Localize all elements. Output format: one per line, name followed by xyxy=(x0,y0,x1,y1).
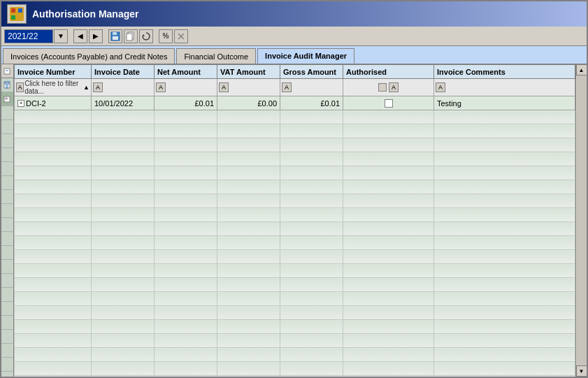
strip-row-9[interactable] xyxy=(1,218,13,232)
strip-row-7[interactable] xyxy=(1,190,13,204)
empty-row-6 xyxy=(15,180,575,194)
year-input[interactable] xyxy=(4,29,53,43)
percent-button[interactable]: % xyxy=(159,29,173,43)
copy-button[interactable] xyxy=(124,29,138,43)
filter-cell-net: A xyxy=(155,79,217,96)
close-filter-button[interactable] xyxy=(174,29,188,43)
nav-back-button[interactable]: ◀ xyxy=(73,29,87,43)
column-headers: Invoice Number Invoice Date Net Amount V… xyxy=(15,65,575,79)
svg-rect-17 xyxy=(4,96,10,102)
strip-row-8[interactable] xyxy=(1,204,13,218)
filter-text-invoice-number[interactable]: Click here to filter data... xyxy=(24,80,82,95)
strip-row-17[interactable] xyxy=(1,330,13,344)
svg-rect-7 xyxy=(113,36,118,40)
cell-gross-amount: £0.01 xyxy=(280,96,343,110)
svg-rect-3 xyxy=(11,15,15,20)
strip-row-14[interactable] xyxy=(1,288,13,302)
empty-row-2 xyxy=(15,124,575,138)
scroll-track[interactable] xyxy=(577,75,587,365)
year-dropdown-btn[interactable]: ▼ xyxy=(54,29,68,43)
col-header-gross-amount[interactable]: Gross Amount xyxy=(280,65,343,79)
strip-row-0[interactable] xyxy=(1,92,13,106)
col-header-invoice-number[interactable]: Invoice Number xyxy=(15,65,92,79)
table-row: + DCI-2 10/01/2022 £0.01 £0.00 £0.01 xyxy=(15,96,575,110)
strip-row-12[interactable] xyxy=(1,260,13,274)
col-header-invoice-date[interactable]: Invoice Date xyxy=(92,65,155,79)
empty-row-1 xyxy=(15,110,575,124)
cell-invoice-date: 10/01/2022 xyxy=(92,96,155,110)
empty-row-10 xyxy=(15,236,575,250)
toolbar: ▼ ◀ ▶ % xyxy=(1,27,587,46)
filter-cell-comments: A xyxy=(434,79,575,96)
filter-icon-invoice-number[interactable]: A xyxy=(16,82,24,92)
svg-rect-6 xyxy=(113,32,117,35)
filter-checkbox-authorised[interactable] xyxy=(378,83,387,92)
filter-icon-authorised[interactable]: A xyxy=(389,82,399,92)
empty-row-15 xyxy=(15,306,575,320)
strip-header xyxy=(1,64,13,78)
col-header-authorised[interactable]: Authorised xyxy=(343,65,434,79)
empty-row-14 xyxy=(15,292,575,306)
strip-row-6[interactable] xyxy=(1,176,13,190)
save-button[interactable] xyxy=(108,29,122,43)
filter-icon-comments[interactable]: A xyxy=(436,82,445,92)
strip-row-5[interactable] xyxy=(1,162,13,176)
cell-net-amount: £0.01 xyxy=(155,96,217,110)
strip-row-3[interactable] xyxy=(1,134,13,148)
filter-cell-date: A xyxy=(92,79,155,96)
empty-row-18 xyxy=(15,348,575,362)
strip-row-1[interactable] xyxy=(1,106,13,120)
filter-cell-authorised: A xyxy=(343,79,434,96)
strip-row-4[interactable] xyxy=(1,148,13,162)
strip-row-13[interactable] xyxy=(1,274,13,288)
filter-icon-net[interactable]: A xyxy=(156,82,166,92)
strip-row-11[interactable] xyxy=(1,246,13,260)
strip-row-10[interactable] xyxy=(1,232,13,246)
table-container: Invoice Number Invoice Date Net Amount V… xyxy=(1,64,587,377)
year-dropdown[interactable]: ▼ xyxy=(4,29,68,43)
col-header-net-amount[interactable]: Net Amount xyxy=(155,65,217,79)
strip-row-16[interactable] xyxy=(1,316,13,330)
data-table: Invoice Number Invoice Date Net Amount V… xyxy=(14,64,575,376)
strip-row-19[interactable] xyxy=(1,358,13,372)
filter-row: A Click here to filter data... ▲ A xyxy=(15,79,575,96)
empty-row-9 xyxy=(15,222,575,236)
vertical-scrollbar: ▲ ▼ xyxy=(575,64,587,377)
filter-cell-gross: A xyxy=(280,79,343,96)
tab-invoices[interactable]: Invoices (Accounts Payable) and Credit N… xyxy=(3,48,175,64)
cell-comments: Testing xyxy=(434,96,575,110)
svg-marker-10 xyxy=(143,34,145,37)
col-header-vat-amount[interactable]: VAT Amount xyxy=(217,65,280,79)
main-window: Authorisation Manager ▼ ◀ ▶ xyxy=(0,0,588,378)
strip-row-15[interactable] xyxy=(1,302,13,316)
cell-vat-amount: £0.00 xyxy=(217,96,280,110)
empty-row-13 xyxy=(15,278,575,292)
empty-row-3 xyxy=(15,138,575,152)
tab-financial[interactable]: Financial Outcome xyxy=(176,48,256,64)
authorised-checkbox[interactable] xyxy=(385,99,393,108)
svg-rect-1 xyxy=(11,8,15,13)
col-header-comments[interactable]: Invoice Comments xyxy=(434,65,575,79)
row-expand-button[interactable]: + xyxy=(17,100,24,107)
window-title: Authorisation Manager xyxy=(32,8,138,20)
strip-row-2[interactable] xyxy=(1,120,13,134)
empty-row-17 xyxy=(15,334,575,348)
title-bar: Authorisation Manager xyxy=(1,1,587,27)
empty-row-8 xyxy=(15,208,575,222)
svg-rect-9 xyxy=(127,34,132,41)
tab-audit[interactable]: Invoice Audit Manager xyxy=(257,48,354,64)
filter-icon-vat[interactable]: A xyxy=(219,82,229,92)
refresh-button[interactable] xyxy=(139,29,153,43)
app-icon xyxy=(7,4,27,24)
svg-rect-13 xyxy=(4,68,10,74)
left-strip xyxy=(1,64,14,377)
empty-row-11 xyxy=(15,250,575,264)
scroll-down-button[interactable]: ▼ xyxy=(576,365,587,377)
filter-icon-gross[interactable]: A xyxy=(282,82,292,92)
scroll-up-button[interactable]: ▲ xyxy=(576,64,587,75)
nav-forward-button[interactable]: ▶ xyxy=(89,29,103,43)
filter-expand-icon[interactable]: ▲ xyxy=(83,84,89,91)
strip-row-18[interactable] xyxy=(1,344,13,358)
filter-icon-date[interactable]: A xyxy=(93,82,103,92)
invoice-number-value: DCI-2 xyxy=(26,99,46,108)
